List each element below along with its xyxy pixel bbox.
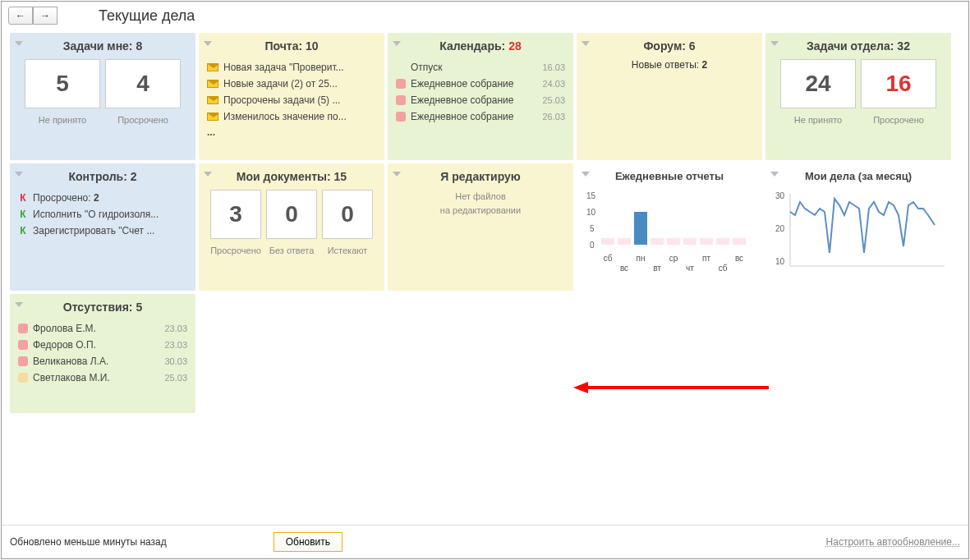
mail-item[interactable]: Изменилось значение по... bbox=[207, 108, 376, 125]
status-dot-icon bbox=[18, 340, 28, 350]
panel-title: Задачи отдела: 32 bbox=[774, 39, 943, 53]
tile-expiring[interactable]: 0 bbox=[322, 190, 373, 239]
status-dot-icon bbox=[18, 324, 28, 333]
panel-calendar[interactable]: Календарь: 28 Отпуск16.03 Ежедневное соб… bbox=[388, 33, 573, 160]
tile-overdue[interactable]: 4 bbox=[105, 59, 181, 108]
panel-title: Мои документы: 15 bbox=[207, 170, 376, 183]
svg-text:вс: вс bbox=[735, 254, 743, 263]
absence-item[interactable]: Федоров О.П.23.03 bbox=[18, 337, 187, 353]
panel-title: Ежедневные отчеты bbox=[585, 170, 754, 182]
svg-text:сб: сб bbox=[604, 254, 613, 263]
chevron-down-icon[interactable] bbox=[15, 172, 23, 177]
svg-text:чт: чт bbox=[686, 264, 694, 273]
status-bar: Обновлено меньше минуты назад Обновить Н… bbox=[2, 525, 968, 558]
svg-text:ср: ср bbox=[669, 254, 678, 263]
mail-icon bbox=[207, 96, 218, 104]
mail-icon bbox=[207, 80, 218, 88]
calendar-item[interactable]: Ежедневное собрание25.03 bbox=[396, 92, 565, 108]
panel-my-deeds[interactable]: Мои дела (за месяц) 30 20 10 bbox=[765, 163, 951, 282]
tile-no-answer[interactable]: 0 bbox=[266, 190, 317, 239]
event-dot-icon bbox=[396, 112, 406, 122]
absence-item[interactable]: Великанова Л.А.30.03 bbox=[18, 353, 187, 370]
mail-item[interactable]: Новая задача "Проверит... bbox=[207, 59, 376, 76]
dashboard-grid: Задачи мне: 8 5 4 Не принятоПросрочено П… bbox=[2, 30, 968, 416]
control-item[interactable]: КПросрочено: 2 bbox=[18, 190, 187, 206]
k-badge-icon: К bbox=[18, 209, 28, 220]
bar-chart: 15 10 5 0 сбпнсрптвс всвтчтсб bbox=[585, 187, 757, 278]
calendar-item[interactable]: Отпуск16.03 bbox=[396, 59, 565, 76]
panel-absence[interactable]: Отсутствия: 5 Фролова Е.М.23.03 Федоров … bbox=[10, 294, 195, 413]
configure-link[interactable]: Настроить автообновление... bbox=[826, 536, 960, 548]
chevron-down-icon[interactable] bbox=[204, 41, 212, 46]
mail-item[interactable]: Просрочены задачи (5) ... bbox=[207, 92, 376, 108]
editing-empty-msg: Нет файловна редактировании bbox=[396, 190, 565, 217]
absence-item[interactable]: Фролова Е.М.23.03 bbox=[18, 320, 187, 337]
panel-title: Форум: 6 bbox=[585, 39, 754, 53]
svg-marker-28 bbox=[573, 382, 588, 393]
panel-title: Отсутствия: 5 bbox=[18, 301, 187, 314]
chevron-down-icon[interactable] bbox=[770, 41, 779, 46]
chevron-down-icon[interactable] bbox=[15, 41, 23, 46]
panel-title: Календарь: 28 bbox=[396, 39, 565, 53]
chevron-down-icon[interactable] bbox=[393, 41, 401, 46]
event-dot-icon bbox=[396, 95, 406, 105]
status-dot-icon bbox=[18, 356, 28, 366]
status-text: Обновлено меньше минуты назад bbox=[10, 536, 167, 548]
svg-text:пт: пт bbox=[702, 254, 710, 263]
chevron-down-icon[interactable] bbox=[770, 172, 779, 177]
forum-line: Новые ответы: 2 bbox=[585, 59, 754, 71]
page-title: Текущие дела bbox=[99, 7, 195, 25]
svg-rect-10 bbox=[700, 238, 713, 245]
chevron-down-icon[interactable] bbox=[204, 172, 212, 177]
tile-label: Не принято bbox=[25, 115, 100, 125]
tile-label: Просрочено bbox=[210, 246, 261, 255]
chevron-down-icon[interactable] bbox=[582, 41, 590, 46]
svg-rect-4 bbox=[601, 238, 614, 245]
svg-text:сб: сб bbox=[719, 264, 728, 273]
panel-daily-reports[interactable]: Ежедневные отчеты 15 10 5 0 сбпнсрптвс в… bbox=[577, 163, 762, 282]
svg-rect-12 bbox=[733, 238, 746, 245]
forward-button[interactable]: → bbox=[33, 7, 57, 25]
panel-tasks-dept[interactable]: Задачи отдела: 32 24 16 Не принятоПросро… bbox=[765, 33, 951, 160]
svg-text:10: 10 bbox=[586, 208, 596, 217]
refresh-button[interactable]: Обновить bbox=[274, 532, 342, 552]
annotation-arrow-icon bbox=[573, 379, 770, 396]
svg-text:10: 10 bbox=[775, 257, 785, 266]
panel-editing[interactable]: Я редактирую Нет файловна редактировании bbox=[388, 163, 573, 291]
panel-title: Я редактирую bbox=[396, 170, 565, 183]
panel-forum[interactable]: Форум: 6 Новые ответы: 2 bbox=[577, 33, 762, 160]
panel-title: Мои дела (за месяц) bbox=[774, 170, 943, 182]
tile-overdue[interactable]: 3 bbox=[210, 190, 261, 239]
tile-not-accepted[interactable]: 5 bbox=[25, 59, 100, 108]
svg-text:вс: вс bbox=[620, 264, 628, 273]
control-item[interactable]: КИсполнить "О гидроизоля... bbox=[18, 206, 187, 223]
mail-icon bbox=[207, 112, 218, 121]
line-chart: 30 20 10 bbox=[774, 187, 946, 278]
svg-rect-5 bbox=[618, 238, 631, 245]
calendar-item[interactable]: Ежедневное собрание24.03 bbox=[396, 76, 565, 92]
tile-label: Истекают bbox=[322, 246, 373, 255]
control-item[interactable]: КЗарегистрировать "Счет ... bbox=[18, 223, 187, 239]
absence-item[interactable]: Светлакова М.И.25.03 bbox=[18, 370, 187, 386]
k-badge-icon: К bbox=[18, 225, 28, 236]
panel-my-documents[interactable]: Мои документы: 15 3 0 0 ПросроченоБез от… bbox=[199, 163, 384, 291]
tile-label: Просрочено bbox=[861, 115, 936, 125]
mail-item[interactable]: Новые задачи (2) от 25... bbox=[207, 76, 376, 92]
svg-rect-6 bbox=[634, 212, 647, 245]
back-button[interactable]: ← bbox=[8, 7, 33, 25]
svg-text:30: 30 bbox=[775, 191, 785, 200]
calendar-item[interactable]: Ежедневное собрание26.03 bbox=[396, 108, 565, 125]
panel-tasks-me[interactable]: Задачи мне: 8 5 4 Не принятоПросрочено bbox=[10, 33, 195, 160]
more-link[interactable]: ... bbox=[207, 125, 376, 140]
panel-control[interactable]: Контроль: 2 КПросрочено: 2 КИсполнить "О… bbox=[10, 163, 195, 291]
k-badge-icon: К bbox=[18, 192, 28, 204]
event-dot-icon bbox=[396, 79, 406, 89]
chevron-down-icon[interactable] bbox=[15, 302, 23, 307]
panel-mail[interactable]: Почта: 10 Новая задача "Проверит... Новы… bbox=[199, 33, 384, 160]
svg-text:0: 0 bbox=[590, 241, 595, 250]
panel-title: Контроль: 2 bbox=[18, 170, 187, 183]
chevron-down-icon[interactable] bbox=[393, 172, 401, 177]
tile-overdue[interactable]: 16 bbox=[861, 59, 936, 108]
chevron-down-icon[interactable] bbox=[582, 172, 590, 177]
tile-not-accepted[interactable]: 24 bbox=[780, 59, 856, 108]
